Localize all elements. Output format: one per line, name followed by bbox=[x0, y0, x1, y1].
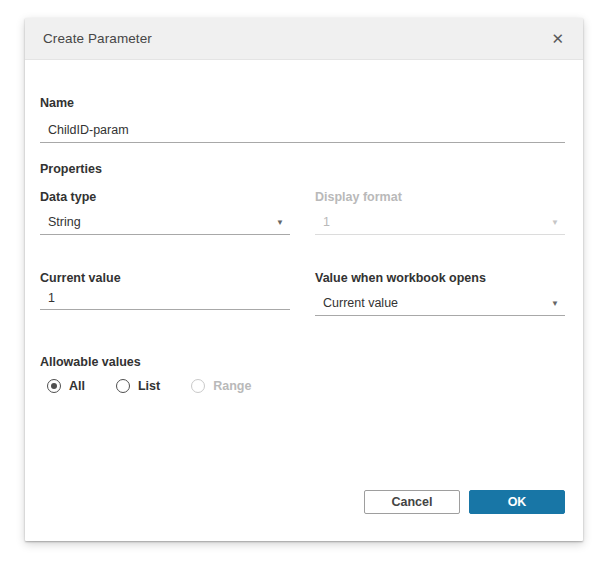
radio-button-icon bbox=[116, 379, 130, 393]
data-type-value: String bbox=[48, 215, 81, 229]
data-type-label: Data type bbox=[40, 190, 290, 205]
workbook-open-value-field: Value when workbook opens Current value … bbox=[315, 271, 565, 316]
current-value-field: Current value bbox=[40, 271, 290, 316]
values-row: Current value Value when workbook opens … bbox=[40, 271, 565, 316]
radio-button-icon bbox=[47, 379, 61, 393]
properties-row: Data type String ▼ Display format 1 ▼ bbox=[40, 190, 565, 235]
radio-range-label: Range bbox=[213, 379, 251, 393]
radio-button-icon bbox=[191, 379, 205, 393]
cancel-button[interactable]: Cancel bbox=[364, 490, 460, 514]
current-value-label: Current value bbox=[40, 271, 290, 286]
radio-list[interactable]: List bbox=[116, 379, 160, 393]
display-format-field: Display format 1 ▼ bbox=[315, 190, 565, 235]
current-value-input[interactable] bbox=[40, 286, 290, 310]
display-format-label: Display format bbox=[315, 190, 565, 205]
chevron-down-icon: ▼ bbox=[551, 218, 559, 227]
dialog-body: Name Properties Data type String ▼ Displ… bbox=[25, 60, 583, 541]
dialog-title: Create Parameter bbox=[43, 31, 152, 46]
name-label: Name bbox=[40, 60, 565, 111]
allowable-values-label: Allowable values bbox=[40, 355, 565, 370]
workbook-open-value-select[interactable]: Current value ▼ bbox=[315, 292, 565, 316]
dialog-footer: Cancel OK bbox=[364, 490, 565, 514]
workbook-open-value-value: Current value bbox=[323, 296, 398, 310]
radio-all-label: All bbox=[69, 379, 85, 393]
name-input[interactable] bbox=[40, 115, 565, 143]
data-type-field: Data type String ▼ bbox=[40, 190, 290, 235]
radio-range: Range bbox=[191, 379, 251, 393]
chevron-down-icon: ▼ bbox=[551, 299, 559, 308]
ok-button[interactable]: OK bbox=[469, 490, 565, 514]
display-format-value: 1 bbox=[323, 215, 330, 229]
data-type-select[interactable]: String ▼ bbox=[40, 211, 290, 235]
close-icon[interactable]: ✕ bbox=[549, 29, 566, 48]
radio-list-label: List bbox=[138, 379, 160, 393]
dialog-header: Create Parameter ✕ bbox=[25, 18, 583, 60]
display-format-select: 1 ▼ bbox=[315, 211, 565, 235]
create-parameter-dialog: Create Parameter ✕ Name Properties Data … bbox=[25, 18, 583, 541]
allowable-values-options: All List Range bbox=[40, 379, 565, 393]
radio-all[interactable]: All bbox=[47, 379, 85, 393]
chevron-down-icon: ▼ bbox=[276, 218, 284, 227]
workbook-open-value-label: Value when workbook opens bbox=[315, 271, 565, 286]
properties-heading: Properties bbox=[40, 162, 565, 177]
